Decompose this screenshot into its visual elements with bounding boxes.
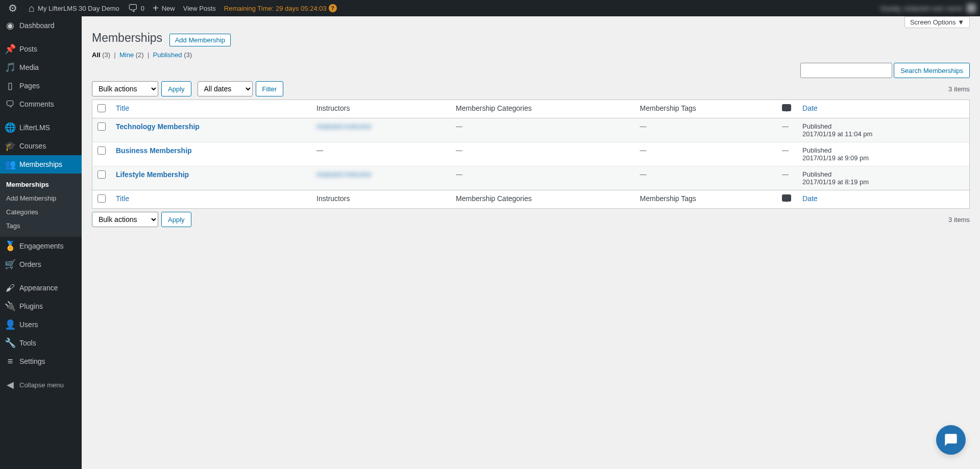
table-row: Technology Membership redacted instructo… <box>92 118 970 142</box>
row-title-link[interactable]: Lifestyle Membership <box>116 170 189 179</box>
items-count-bottom: 3 items <box>948 216 970 224</box>
row-title-link[interactable]: Business Membership <box>116 146 192 155</box>
submenu-memberships[interactable]: Memberships <box>0 178 82 191</box>
memberships-submenu: Memberships Add Membership Categories Ta… <box>0 174 82 237</box>
row-tags: — <box>635 142 777 166</box>
tablenav-top: Bulk actions Apply All dates Filter 3 it… <box>92 81 970 96</box>
new-label: New <box>162 5 175 12</box>
table-row: Business Membership — — — — Published201… <box>92 142 970 166</box>
row-categories: — <box>451 142 635 166</box>
col-comments <box>777 100 797 118</box>
row-date: Published2017/01/19 at 9:09 pm <box>797 142 969 166</box>
admin-bar: ⚙ ⌂My LifterLMS 30 Day Demo 🗨0 +New View… <box>0 0 980 16</box>
submenu-tags[interactable]: Tags <box>0 219 82 233</box>
col-instructors: Instructors <box>311 100 451 118</box>
sidebar-item-comments[interactable]: 🗨Comments <box>0 95 82 113</box>
filter-mine[interactable]: Mine <box>119 51 134 59</box>
cap-icon: 🎓 <box>5 141 15 151</box>
sidebar-item-pages[interactable]: ▯Pages <box>0 77 82 95</box>
submenu-categories[interactable]: Categories <box>0 205 82 219</box>
row-comments: — <box>777 142 797 166</box>
home-icon: ⌂ <box>29 3 35 14</box>
items-count-top: 3 items <box>948 85 970 93</box>
sidebar-item-dashboard[interactable]: ◉Dashboard <box>0 16 82 35</box>
comment-icon: 🗨 <box>128 3 138 14</box>
filter-button[interactable]: Filter <box>256 81 284 96</box>
new-content-link[interactable]: +New <box>149 0 179 16</box>
filter-published[interactable]: Published <box>153 51 182 59</box>
wordpress-icon: ⚙ <box>8 2 17 14</box>
plus-icon: + <box>153 3 159 14</box>
row-checkbox[interactable] <box>97 122 106 131</box>
comment-icon <box>782 104 791 111</box>
row-categories: — <box>451 118 635 142</box>
col-categories: Membership Categories <box>451 100 635 118</box>
admin-sidebar: ◉Dashboard 📌Posts 🎵Media ▯Pages 🗨Comment… <box>0 16 82 240</box>
row-checkbox[interactable] <box>97 170 106 179</box>
col-comments-foot <box>777 190 797 209</box>
col-tags: Membership Tags <box>635 100 777 118</box>
page-title: Memberships <box>92 27 162 47</box>
remaining-time: Remaining Time: 29 days 05:24:03? <box>220 0 341 16</box>
comments-count: 0 <box>141 5 144 12</box>
row-title-link[interactable]: Technology Membership <box>116 122 200 131</box>
date-filter-select[interactable]: All dates <box>198 81 253 96</box>
memberships-table: Title Instructors Membership Categories … <box>92 100 970 209</box>
sidebar-item-posts[interactable]: 📌Posts <box>0 40 82 58</box>
search-box: Search Memberships <box>800 63 970 78</box>
tablenav-bottom: Bulk actions Apply 3 items <box>92 212 970 227</box>
row-checkbox[interactable] <box>97 146 106 155</box>
wp-logo[interactable]: ⚙ <box>4 0 24 16</box>
row-instructor: redacted instructor <box>311 166 451 190</box>
bulk-action-select-top[interactable]: Bulk actions <box>92 81 158 96</box>
row-instructor: redacted instructor <box>311 118 451 142</box>
apply-button-top[interactable]: Apply <box>161 81 191 96</box>
submenu-add-membership[interactable]: Add Membership <box>0 191 82 205</box>
col-date-foot[interactable]: Date <box>797 190 969 209</box>
col-categories-foot: Membership Categories <box>451 190 635 209</box>
globe-icon: 🌐 <box>5 122 15 133</box>
filter-all[interactable]: All <box>92 51 101 59</box>
col-title[interactable]: Title <box>111 100 311 118</box>
media-icon: 🎵 <box>5 62 15 72</box>
sidebar-item-engagements[interactable]: 🏅Engagements <box>0 237 82 240</box>
view-posts-link[interactable]: View Posts <box>179 0 220 16</box>
comments-link[interactable]: 🗨0 <box>124 0 149 16</box>
help-icon[interactable]: ? <box>329 4 337 12</box>
sidebar-item-media[interactable]: 🎵Media <box>0 58 82 77</box>
row-comments: — <box>777 118 797 142</box>
howdy-user[interactable]: Howdy, redacted user name <box>880 4 976 13</box>
main-content: Screen Options ▼ Memberships Add Members… <box>82 16 980 240</box>
sidebar-item-memberships[interactable]: 👥Memberships <box>0 155 82 174</box>
avatar <box>967 4 976 13</box>
row-date: Published2017/01/19 at 11:04 pm <box>797 118 969 142</box>
sidebar-item-courses[interactable]: 🎓Courses <box>0 137 82 155</box>
row-categories: — <box>451 166 635 190</box>
select-all-top[interactable] <box>97 104 106 112</box>
bulk-action-select-bottom[interactable]: Bulk actions <box>92 212 158 227</box>
page-icon: ▯ <box>5 81 15 91</box>
sidebar-item-lifterlms[interactable]: 🌐LifterLMS <box>0 118 82 137</box>
search-input[interactable] <box>800 63 892 78</box>
search-button[interactable]: Search Memberships <box>894 63 970 78</box>
select-all-bottom[interactable] <box>97 194 106 203</box>
comment-icon <box>782 194 791 202</box>
row-tags: — <box>635 118 777 142</box>
table-row: Lifestyle Membership redacted instructor… <box>92 166 970 190</box>
screen-options-toggle[interactable]: Screen Options ▼ <box>904 16 970 28</box>
apply-button-bottom[interactable]: Apply <box>161 212 191 227</box>
comment-icon: 🗨 <box>5 99 15 109</box>
col-title-foot[interactable]: Title <box>111 190 311 209</box>
site-name-link[interactable]: ⌂My LifterLMS 30 Day Demo <box>24 0 124 16</box>
row-instructor: — <box>311 142 451 166</box>
col-date[interactable]: Date <box>797 100 969 118</box>
col-instructors-foot: Instructors <box>311 190 451 209</box>
col-tags-foot: Membership Tags <box>635 190 777 209</box>
row-comments: — <box>777 166 797 190</box>
group-icon: 👥 <box>5 159 15 169</box>
site-name: My LifterLMS 30 Day Demo <box>38 5 119 12</box>
dashboard-icon: ◉ <box>5 20 15 31</box>
row-tags: — <box>635 166 777 190</box>
row-date: Published2017/01/19 at 8:19 pm <box>797 166 969 190</box>
add-membership-button[interactable]: Add Membership <box>169 34 231 46</box>
